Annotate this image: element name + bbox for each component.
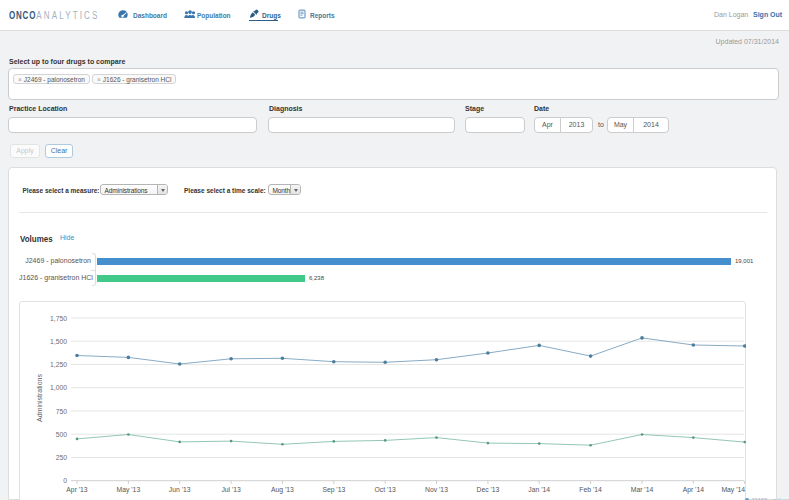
svg-text:Dec '13: Dec '13 (476, 486, 499, 493)
svg-text:Aug '13: Aug '13 (271, 486, 294, 494)
svg-text:1,750: 1,750 (50, 315, 67, 322)
svg-text:May '13: May '13 (117, 486, 141, 494)
svg-text:Jun '13: Jun '13 (169, 486, 191, 493)
svg-text:Nov '13: Nov '13 (425, 486, 448, 493)
svg-text:Apr '14: Apr '14 (683, 486, 705, 494)
svg-text:Sep '13: Sep '13 (322, 486, 345, 494)
svg-text:Oct '13: Oct '13 (375, 486, 397, 493)
svg-text:Jan '14: Jan '14 (528, 486, 550, 493)
svg-text:750: 750 (56, 408, 68, 415)
svg-text:250: 250 (56, 454, 68, 461)
svg-text:Administrations: Administrations (36, 374, 43, 422)
svg-text:0: 0 (63, 477, 67, 484)
svg-text:1,000: 1,000 (50, 384, 67, 391)
svg-text:1,250: 1,250 (50, 361, 67, 368)
svg-text:Feb '14: Feb '14 (579, 486, 602, 493)
svg-text:Apr '13: Apr '13 (66, 486, 88, 494)
svg-text:Mar '14: Mar '14 (631, 486, 654, 493)
svg-text:1,500: 1,500 (50, 338, 67, 345)
svg-text:Jul '13: Jul '13 (221, 486, 241, 493)
svg-text:May '14: May '14 (721, 486, 745, 494)
svg-text:500: 500 (56, 431, 68, 438)
